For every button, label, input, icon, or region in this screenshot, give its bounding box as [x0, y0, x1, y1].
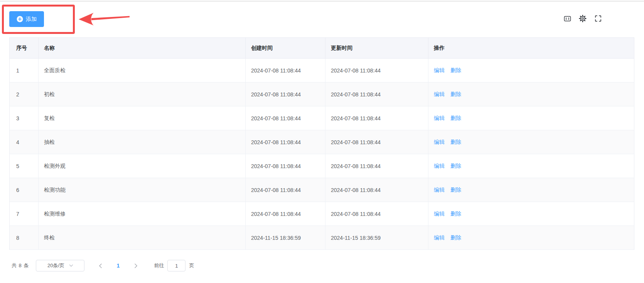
delete-link[interactable]: 删除 — [450, 187, 461, 193]
cell-index: 4 — [10, 130, 39, 154]
add-button-label: 添加 — [26, 16, 37, 23]
delete-link[interactable]: 删除 — [450, 211, 461, 217]
page: 添加 — [0, 0, 644, 283]
cell-name: 检测外观 — [39, 154, 246, 178]
column-header-name: 名称 — [39, 38, 246, 59]
cell-index: 3 — [10, 106, 39, 130]
cell-updated: 2024-07-08 11:08:44 — [325, 59, 428, 83]
edit-link[interactable]: 编辑 — [434, 139, 445, 145]
cell-created: 2024-07-08 11:08:44 — [246, 202, 325, 226]
cell-index: 6 — [10, 178, 39, 202]
chevron-down-icon — [69, 264, 73, 267]
cell-name: 全面质检 — [39, 59, 246, 83]
prev-page-icon[interactable] — [94, 260, 107, 271]
goto-label: 前往 — [154, 262, 164, 269]
delete-link[interactable]: 删除 — [450, 139, 461, 145]
data-table: 序号 名称 创建时间 更新时间 操作 1 全面质检 2024-07-08 11:… — [9, 37, 634, 250]
edit-link[interactable]: 编辑 — [434, 115, 445, 121]
cell-updated: 2024-11-15 18:36:59 — [325, 226, 428, 250]
delete-link[interactable]: 删除 — [450, 67, 461, 73]
cell-name: 抽检 — [39, 130, 246, 154]
pagination: 共 8 条 20条/页 1 前往 — [12, 260, 644, 271]
cell-index: 2 — [10, 83, 39, 106]
pagination-total: 共 8 条 — [12, 262, 29, 269]
table-row: 8 终检 2024-11-15 18:36:59 2024-11-15 18:3… — [10, 226, 634, 250]
cell-created: 2024-11-15 18:36:59 — [246, 226, 325, 250]
page-size-select[interactable]: 20条/页 — [36, 260, 84, 271]
cell-name: 检测维修 — [39, 202, 246, 226]
table-header: 序号 名称 创建时间 更新时间 操作 — [10, 38, 634, 59]
edit-link[interactable]: 编辑 — [434, 91, 445, 97]
column-header-updated: 更新时间 — [325, 38, 428, 59]
cell-index: 1 — [10, 59, 39, 83]
cell-updated: 2024-07-08 11:08:44 — [325, 106, 428, 130]
edit-link[interactable]: 编辑 — [434, 67, 445, 73]
cell-created: 2024-07-08 11:08:44 — [246, 130, 325, 154]
settings-gear-icon[interactable] — [578, 14, 587, 23]
cell-created: 2024-07-08 11:08:44 — [246, 106, 325, 130]
delete-link[interactable]: 删除 — [450, 163, 461, 169]
cell-index: 5 — [10, 154, 39, 178]
cell-updated: 2024-07-08 11:08:44 — [325, 130, 428, 154]
plus-circle-icon — [17, 16, 23, 22]
table-row: 7 检测维修 2024-07-08 11:08:44 2024-07-08 11… — [10, 202, 634, 226]
next-page-icon[interactable] — [129, 260, 142, 271]
table-row: 1 全面质检 2024-07-08 11:08:44 2024-07-08 11… — [10, 59, 634, 83]
cell-name: 初检 — [39, 83, 246, 106]
table-row: 2 初检 2024-07-08 11:08:44 2024-07-08 11:0… — [10, 83, 634, 106]
table-row: 6 检测功能 2024-07-08 11:08:44 2024-07-08 11… — [10, 178, 634, 202]
cell-created: 2024-07-08 11:08:44 — [246, 154, 325, 178]
page-size-value: 20条/页 — [47, 262, 64, 269]
size-icon[interactable] — [563, 14, 572, 23]
table-toolbar-icons — [563, 14, 602, 23]
cell-name: 检测功能 — [39, 178, 246, 202]
column-header-index: 序号 — [10, 38, 39, 59]
current-page[interactable]: 1 — [111, 260, 125, 271]
cell-index: 7 — [10, 202, 39, 226]
cell-updated: 2024-07-08 11:08:44 — [325, 202, 428, 226]
page-buttons: 1 — [94, 260, 142, 271]
annotation-arrow-icon — [78, 12, 130, 28]
table-body: 1 全面质检 2024-07-08 11:08:44 2024-07-08 11… — [10, 59, 634, 250]
cell-created: 2024-07-08 11:08:44 — [246, 59, 325, 83]
cell-index: 8 — [10, 226, 39, 250]
cell-updated: 2024-07-08 11:08:44 — [325, 178, 428, 202]
toolbar: 添加 — [0, 0, 644, 37]
edit-link[interactable]: 编辑 — [434, 234, 445, 241]
goto-page: 前往 页 — [154, 260, 194, 271]
table-row: 3 复检 2024-07-08 11:08:44 2024-07-08 11:0… — [10, 106, 634, 130]
page-unit-label: 页 — [189, 262, 194, 269]
goto-page-input[interactable] — [167, 260, 185, 271]
cell-name: 终检 — [39, 226, 246, 250]
table-row: 5 检测外观 2024-07-08 11:08:44 2024-07-08 11… — [10, 154, 634, 178]
delete-link[interactable]: 删除 — [450, 115, 461, 121]
column-header-actions: 操作 — [428, 38, 634, 59]
edit-link[interactable]: 编辑 — [434, 187, 445, 193]
cell-updated: 2024-07-08 11:08:44 — [325, 83, 428, 106]
add-button[interactable]: 添加 — [9, 11, 44, 27]
delete-link[interactable]: 删除 — [450, 234, 461, 241]
table-row: 4 抽检 2024-07-08 11:08:44 2024-07-08 11:0… — [10, 130, 634, 154]
cell-created: 2024-07-08 11:08:44 — [246, 178, 325, 202]
cell-created: 2024-07-08 11:08:44 — [246, 83, 325, 106]
cell-name: 复检 — [39, 106, 246, 130]
edit-link[interactable]: 编辑 — [434, 211, 445, 217]
edit-link[interactable]: 编辑 — [434, 163, 445, 169]
column-header-created: 创建时间 — [246, 38, 325, 59]
delete-link[interactable]: 删除 — [450, 91, 461, 97]
fullscreen-icon[interactable] — [594, 14, 602, 23]
cell-updated: 2024-07-08 11:08:44 — [325, 154, 428, 178]
